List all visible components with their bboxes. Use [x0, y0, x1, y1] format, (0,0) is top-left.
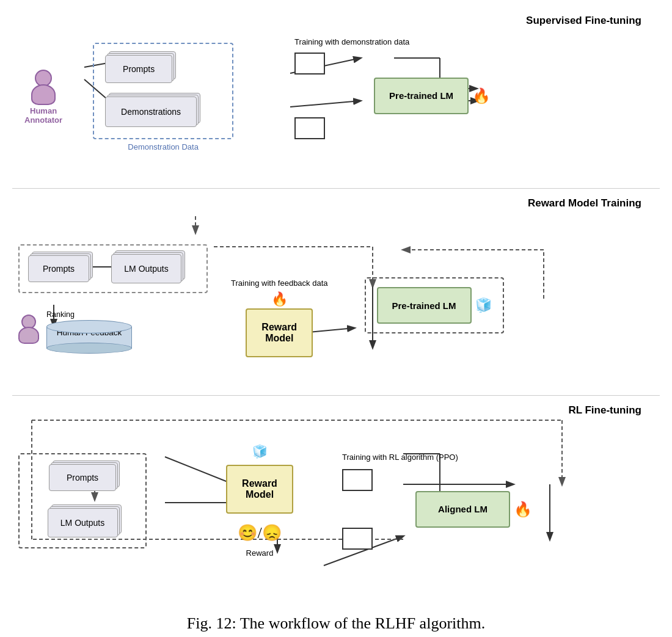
prompts-label-s3: Prompts	[67, 473, 98, 482]
aligned-lm-wrap: Aligned LM 🔥	[415, 491, 532, 528]
pretrained-lm-box-s1: Pre-trained LM	[374, 78, 469, 114]
pretrained-lm-label-s1: Pre-trained LM	[389, 90, 453, 101]
s3-connector: Aligned LM 🔥	[342, 469, 532, 550]
demos-stacked-pages: Demonstrations	[105, 96, 197, 127]
demo-data-box: Prompts Demonstrations	[93, 43, 233, 139]
s3-dashed-inner: Prompts LM Outputs	[18, 453, 147, 548]
prompts-page-front: Prompts	[105, 55, 172, 83]
fire-icon-s3: 🔥	[514, 501, 532, 518]
aligned-lm-box: Aligned LM	[415, 491, 510, 528]
s3-right: Training with RL algorithm (PPO) Aligned…	[342, 453, 532, 550]
lm-outputs-stack-s3: LM Outputs	[48, 508, 118, 537]
ice-icon-s2: 🧊	[475, 297, 492, 313]
demo-data-label: Demonstration Data	[128, 142, 199, 151]
s2-dashed-prompts-lm: Prompts LM Outputs	[18, 244, 208, 293]
pretrained-lm-s1: Pre-trained LM 🔥	[374, 78, 491, 114]
reward-model-box-s3: Reward Model	[226, 465, 293, 514]
s2-annotator-body	[18, 327, 39, 344]
prompts-stacked-pages: Prompts	[105, 55, 172, 83]
s2-bottom-row: Ranking Human Feedback	[18, 310, 214, 349]
human-annotator: HumanAnnotator	[24, 70, 62, 125]
s1-content: HumanAnnotator Prompts	[12, 15, 660, 180]
reward-emoji-s3: 😊/😞	[238, 523, 281, 542]
s1-right-side: Training with demonstration data Pre-tra…	[294, 37, 491, 139]
demos-page-front: Demonstrations	[105, 96, 197, 127]
section-supervised: Supervised Fine-tuning	[12, 6, 660, 189]
cyl-bottom	[46, 343, 132, 354]
s3-lm-front: LM Outputs	[48, 508, 118, 537]
prompts-stack-s2: Prompts	[28, 255, 89, 282]
s2-content: Prompts LM Outputs	[12, 197, 660, 387]
cyl-top	[46, 320, 132, 333]
prompts-stack-s1: Prompts	[105, 55, 221, 83]
annotator-body	[31, 84, 56, 105]
reward-model-label-s2: Reward Model	[261, 322, 297, 344]
s3-center: 🧊 Reward Model 😊/😞 Reward	[226, 444, 293, 558]
figure-caption: Fig. 12: The workflow of the RLHF algori…	[12, 603, 660, 636]
ice-icon-s3: 🧊	[252, 444, 268, 459]
human-feedback-cylinder: Human Feedback	[46, 320, 132, 349]
input-box-bottom	[294, 117, 325, 139]
s2-left-cluster: Prompts LM Outputs	[18, 244, 214, 349]
s3-input-top	[342, 469, 373, 491]
s2-center-col: Training with feedback data 🔥 Reward Mod…	[231, 278, 328, 357]
s2-dashed-pretrained: Pre-trained LM 🧊	[365, 277, 504, 333]
prompts-label-s1: Prompts	[123, 64, 155, 74]
s3-prompts-front: Prompts	[49, 464, 116, 491]
dashed-demo-outer: Prompts Demonstrations	[93, 43, 233, 139]
lm-outputs-label-s3: LM Outputs	[60, 518, 104, 528]
s3-left: Prompts LM Outputs	[18, 453, 147, 548]
ranking-label: Ranking	[46, 310, 75, 319]
reward-model-label-s3: Reward Model	[242, 478, 277, 500]
input-box-top	[294, 53, 325, 75]
reward-label-s3: Reward	[246, 548, 274, 558]
lm-outputs-stack-s2: LM Outputs	[111, 254, 181, 283]
section-reward: Reward Model Training	[12, 189, 660, 396]
input-lines	[294, 53, 325, 139]
s2-prompts-front: Prompts	[28, 255, 89, 282]
feedback-training-label: Training with feedback data	[231, 278, 328, 288]
s3-input-bottom	[342, 528, 373, 550]
s1-connector-boxes: Pre-trained LM 🔥	[294, 53, 491, 139]
s3-content: Prompts LM Outputs 🧊	[12, 404, 660, 594]
ranking-and-cylinder: Ranking Human Feedback	[42, 310, 132, 349]
pretrained-lm-label-s2: Pre-trained LM	[392, 300, 456, 311]
section-rl: RL Fine-tuning	[12, 396, 660, 603]
main-container: Supervised Fine-tuning	[0, 0, 672, 637]
rl-training-label: Training with RL algorithm (PPO)	[342, 453, 458, 462]
training-label-s1: Training with demonstration data	[294, 37, 409, 46]
fire-icon-s2: 🔥	[271, 291, 288, 307]
aligned-lm-label: Aligned LM	[438, 504, 488, 514]
s2-human-figure	[18, 315, 39, 344]
demonstrations-label: Demonstrations	[121, 107, 181, 117]
reward-model-box-s2: Reward Model	[246, 308, 313, 357]
pretrained-lm-box-s2: Pre-trained LM	[377, 287, 472, 324]
s2-lm-front: LM Outputs	[111, 254, 181, 283]
lm-outputs-label-s2: LM Outputs	[124, 264, 168, 274]
s3-input-boxes	[342, 469, 373, 550]
pretrained-lm-s2-wrap: Pre-trained LM 🧊	[377, 287, 492, 324]
annotator-label: HumanAnnotator	[24, 106, 62, 125]
prompts-label-s2: Prompts	[43, 264, 75, 274]
prompts-stack-s3: Prompts	[49, 464, 116, 491]
demos-stack-s1: Demonstrations	[105, 96, 221, 127]
s2-right-col: Pre-trained LM 🧊	[365, 277, 504, 333]
fire-icon-s1: 🔥	[472, 87, 491, 104]
